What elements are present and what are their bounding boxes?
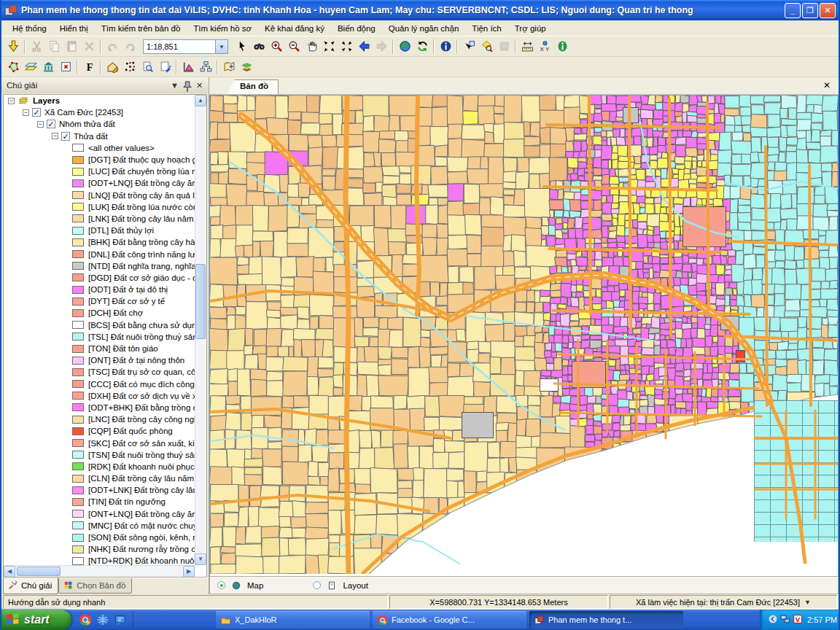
restore-button[interactable]: ❐: [802, 3, 818, 18]
tree-node[interactable]: −Layers: [4, 95, 195, 106]
pointer-button[interactable]: [233, 38, 250, 55]
start-button[interactable]: start: [0, 610, 71, 630]
menu-item-3[interactable]: Tìm kiếm trên bản đồ: [95, 22, 187, 35]
legend-item[interactable]: [NHK] Đất nương rẫy trồng cây: [4, 543, 195, 555]
map-radio-label[interactable]: Map: [247, 581, 263, 590]
layout-view-radio[interactable]: [313, 581, 321, 589]
legend-item[interactable]: [LUK] Đất trồng lúa nước còn lạ: [4, 201, 195, 213]
legend-item[interactable]: [ODT] Đất ở tại đô thị: [4, 284, 195, 295]
zoom-center-button[interactable]: [320, 38, 338, 55]
legend-item[interactable]: [LNC] Đất trồng cây công nghiệ: [4, 413, 195, 425]
tree-collapse-icon[interactable]: −: [37, 121, 44, 128]
map-tab-close-button[interactable]: ✕: [821, 80, 833, 92]
house-edit-button[interactable]: [104, 58, 121, 75]
tree-collapse-icon[interactable]: −: [52, 133, 58, 139]
legend-item[interactable]: [TSN] Đất nuôi trồng thuỷ sản n: [4, 449, 195, 461]
identify-button[interactable]: [478, 38, 495, 55]
points-button[interactable]: [121, 58, 139, 75]
taskbar-clock[interactable]: 2:57 PM: [807, 615, 837, 624]
quick-launch-globe-blue-icon[interactable]: [96, 613, 109, 626]
tree-collapse-icon[interactable]: −: [23, 109, 29, 116]
layer-checkbox[interactable]: ✓: [47, 120, 55, 128]
status-active-commune[interactable]: Xã làm việc hiện tại: thị trấn Cam Đức […: [610, 595, 837, 609]
legend-item[interactable]: [TON] Đất tôn giáo: [4, 343, 195, 354]
layout-radio-label[interactable]: Layout: [343, 581, 368, 590]
pin-icon[interactable]: [181, 80, 193, 91]
info-blue-button[interactable]: [437, 38, 454, 55]
close-button[interactable]: ✕: [820, 3, 836, 18]
legend-item[interactable]: [DXH] Đất cơ sở dịch vụ về xã h: [4, 390, 195, 402]
tray-v-icon[interactable]: V: [793, 614, 803, 626]
map-view-radio[interactable]: [217, 581, 225, 589]
legend-item[interactable]: [CQP] Đất quốc phòng: [4, 425, 195, 437]
scroll-thumb[interactable]: [195, 264, 206, 339]
legend-item[interactable]: [DCH] Đất chợ: [4, 307, 195, 319]
menu-item-5[interactable]: Kê khai đăng ký: [258, 22, 331, 35]
legend-item[interactable]: [LUC] Đất chuyên trồng lúa nước: [4, 166, 195, 177]
add-data-button[interactable]: [4, 38, 22, 55]
legend-item[interactable]: [ONT+LNQ] Đất trồng cây ăn q: [4, 508, 195, 520]
quick-launch-chrome-icon[interactable]: [79, 613, 92, 626]
menu-item-9[interactable]: Trợ giúp: [508, 22, 553, 35]
legend-item[interactable]: [DYT] Đất cơ sở y tế: [4, 295, 195, 307]
menu-item-6[interactable]: Biến động: [331, 22, 382, 35]
globe-button[interactable]: [396, 38, 413, 55]
building-button[interactable]: [39, 58, 57, 75]
map-arrow-button[interactable]: [220, 58, 238, 75]
scroll-right-icon[interactable]: ▶: [183, 566, 195, 578]
legend-item[interactable]: [MNC] Đất có mặt nước chuyên: [4, 520, 195, 532]
legend-item[interactable]: [DTL] Đất thủy lợi: [4, 225, 195, 236]
legend-vertical-scrollbar[interactable]: ▲ ▼: [195, 95, 206, 565]
legend-item[interactable]: [SKC] Đất cơ sở sản xuất, kinh: [4, 437, 195, 448]
legend-item[interactable]: [DGD] Đất cơ sở giáo dục - đào: [4, 272, 195, 284]
select-map-button[interactable]: [460, 38, 478, 55]
box-x-button[interactable]: [57, 58, 74, 75]
legend-item[interactable]: [SON] Đất sông ngòi, kênh, rạc: [4, 532, 195, 543]
legend-item[interactable]: [TIN] Đất tín ngưỡng: [4, 496, 195, 508]
legend-item[interactable]: [LNK] Đất trồng cây lâu năm kh: [4, 213, 195, 225]
legend-item[interactable]: [CLN] Đất trồng cây lâu năm: [4, 472, 195, 484]
legend-item[interactable]: [NTD] Đất nghĩa trang, nghĩa đị: [4, 260, 195, 272]
f-letter-button[interactable]: F: [80, 58, 98, 75]
legend-item[interactable]: [DNL] Đất công trình năng lượng: [4, 248, 195, 260]
legend-item[interactable]: [RDK] Đất khoanh nuôi phục hồ: [4, 461, 195, 472]
back-button[interactable]: [355, 38, 373, 55]
legend-item[interactable]: [ODT+LNQ] Đất trồng cây ăn q: [4, 177, 195, 189]
taskbar-task[interactable]: X_DakHloR: [216, 611, 370, 629]
refresh-button[interactable]: [413, 38, 431, 55]
tree-collapse-icon[interactable]: −: [8, 98, 15, 104]
menu-item-2[interactable]: Hiển thị: [53, 22, 95, 35]
legend-horizontal-scrollbar[interactable]: ◀ ▶: [4, 565, 195, 577]
legend-item[interactable]: [NTD+RDK] Đất khoanh nuôi ph: [4, 555, 195, 565]
zoom-full-button[interactable]: [338, 38, 355, 55]
legend-item[interactable]: [ODT+LNK] Đất trồng cây lâu n: [4, 484, 195, 496]
tab-map-select[interactable]: Chọn Bản đồ: [58, 578, 132, 594]
layer-stack-button[interactable]: [238, 58, 255, 75]
legend-item[interactable]: [LNQ] Đất trồng cây ăn quả lâu: [4, 190, 195, 201]
scroll-thumb[interactable]: [17, 567, 61, 576]
legend-item[interactable]: [ODT+BHK] Đất bằng trồng cây: [4, 402, 195, 413]
edit-sketch-button[interactable]: [4, 58, 22, 75]
measure-button[interactable]: [518, 38, 536, 55]
chevron-down-icon[interactable]: ▼: [168, 80, 181, 91]
legend-item[interactable]: [TSC] Đất trụ sở cơ quan, công: [4, 366, 195, 378]
menu-item-1[interactable]: Hệ thống: [6, 22, 53, 35]
menu-item-7[interactable]: Quản lý ngăn chặn: [382, 22, 466, 35]
tree-node[interactable]: −✓Thửa đất: [4, 131, 195, 142]
legend-item[interactable]: [DGT] Đất thuộc quy hoạch giao: [4, 154, 195, 166]
zoom-out-button[interactable]: [285, 38, 303, 55]
scroll-up-icon[interactable]: ▲: [195, 95, 206, 106]
legend-item[interactable]: [BCS] Đất bằng chưa sử dụng: [4, 319, 195, 331]
legend-item[interactable]: <all other values>: [4, 142, 195, 154]
chevron-down-icon[interactable]: ▼: [804, 599, 811, 606]
info-green-button[interactable]: [553, 38, 571, 55]
tray-network-icon[interactable]: [780, 614, 790, 626]
search-doc-button[interactable]: [139, 58, 156, 75]
layer-checkbox[interactable]: ✓: [32, 108, 41, 117]
scale-combobox[interactable]: 1:18,851▼: [143, 39, 228, 54]
legend-item[interactable]: [BHK] Đất bằng trồng cây hàng: [4, 236, 195, 248]
quick-launch-app-blue-icon[interactable]: [114, 613, 127, 626]
orgchart-button[interactable]: [197, 58, 214, 75]
scroll-down-icon[interactable]: ▼: [195, 553, 206, 565]
find-button[interactable]: [250, 38, 268, 55]
